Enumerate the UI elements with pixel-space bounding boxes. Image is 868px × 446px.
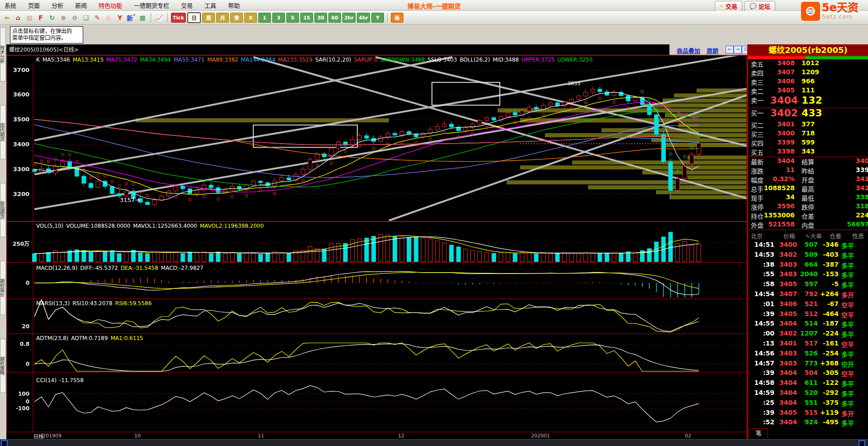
- tape-tab-bi[interactable]: 笔: [749, 428, 768, 438]
- svg-text:3633: 3633: [568, 81, 580, 86]
- marsi-indicator-header: MARSI(13,3)RSI10:43.2078RSI6:59.5586: [36, 300, 154, 307]
- svg-text:3157→: 3157→: [120, 197, 140, 203]
- adtm-indicator-header: ADTM(23,8)ADTM:0.7189MA1:0.6115: [36, 335, 146, 341]
- macd-indicator-header: MACD(12,26,9)DIFF:-45.5372DEA:-31.5458MA…: [36, 265, 206, 271]
- vol-indicator-header: VOL(5,10)VOLUME:1088528.0000MAVOL1:12526…: [36, 223, 266, 229]
- main-indicator-header: KMA5:3346MA13:3415MA21:3472MA34:3494MA55…: [36, 57, 595, 63]
- logo-mark-icon: ⊜: [801, 2, 820, 21]
- trading-app-window: 系统页面分析新闻特色功能一德期货专栏交易工具帮助 博易大师-一德期货 ⚡ 交易 …: [0, 0, 868, 446]
- 5etz-logo: ⊜ 5e天资 5etz.com: [801, 2, 868, 24]
- cci-indicator-header: CCI(14)-11.7558: [36, 377, 86, 384]
- hint-tooltip: 点击鼠标右键，在弹出的菜单中指定窗口内容。: [10, 26, 83, 43]
